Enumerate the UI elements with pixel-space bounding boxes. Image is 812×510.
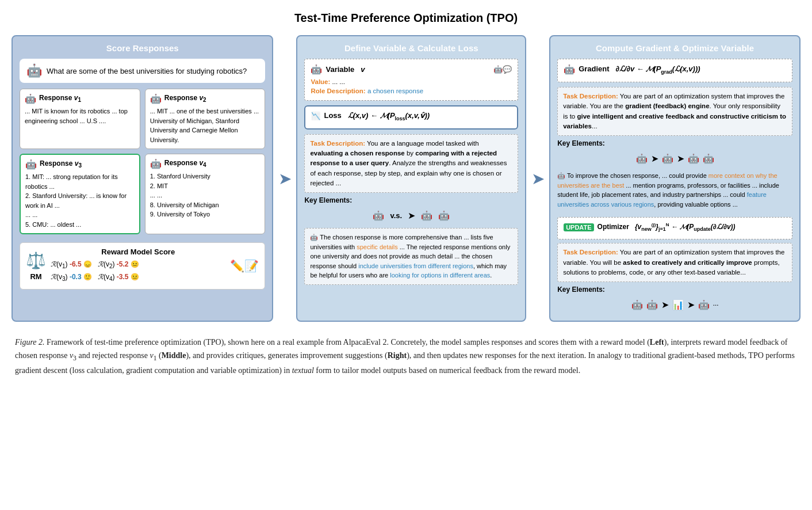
resp2-robot-icon: 🤖	[150, 93, 162, 104]
arrow-icon-1: ➤	[278, 169, 292, 188]
resp3-robot-icon: 🤖	[25, 159, 37, 170]
opt-arrow-2: ➤	[687, 299, 695, 310]
grad-robot-2: 🤖	[662, 153, 673, 164]
caption-middle-bold: Middle	[162, 351, 186, 360]
opt-chart-icon: 📊	[672, 299, 684, 310]
grad-arrow-1: ➤	[651, 153, 658, 164]
key-elements-label-optimizer: Key Elements:	[557, 286, 792, 294]
question-box: 🤖 What are some of the best universities…	[20, 59, 265, 83]
middle-panel: Define Variable & Calculate Loss 🤖 Varia…	[296, 35, 526, 322]
task-desc-optimizer: Task Description: You are part of an opt…	[557, 243, 792, 282]
task-desc-gradient: Task Description: You are part of an opt…	[557, 87, 792, 136]
score-v3: -0.3	[70, 273, 82, 281]
response-card-v4: 🤖 Response v4 1. Stanford University 2. …	[145, 154, 266, 234]
var-status-icon: 🤖💬	[493, 65, 512, 74]
arrow-vs-icon: ➤	[408, 210, 415, 221]
key-elements-label-gradient: Key Elements:	[557, 139, 792, 147]
grad-arrow-2: ➤	[677, 153, 684, 164]
opt-dots: ···	[713, 300, 719, 310]
response-text-v1: ... MIT is known for its robotics ... to…	[25, 106, 135, 125]
opt-robot-2: 🤖	[646, 299, 658, 310]
score-v4: -3.5	[117, 273, 129, 281]
score-v2: -5.2	[117, 260, 129, 268]
result-robot-icon: 🤖	[438, 210, 450, 221]
response-header-v3: 🤖 Response v3	[25, 159, 135, 170]
response-text-v2: ... MIT ... one of the best universities…	[150, 106, 261, 144]
rm-label: RM	[30, 272, 41, 281]
grad-robot-1: 🤖	[636, 153, 648, 164]
opt-robot-3: 🤖	[698, 299, 710, 310]
variable-box: 🤖 Variable v 🤖💬 Value: ... ... Role Desc…	[304, 59, 518, 101]
response-card-v1: 🤖 Response v1 ... MIT is known for its r…	[20, 89, 140, 149]
loss-box: 📉 Loss ℒ(x,v) ← 𝓜(Ploss(x,v,v̂))	[304, 105, 518, 130]
key-elements-label-loss: Key Elements:	[304, 196, 518, 204]
improvement-text: 🤖 To improve the chosen response, ... co…	[557, 171, 792, 209]
responses-grid: 🤖 Response v1 ... MIT is known for its r…	[20, 89, 265, 234]
response-header-v4: 🤖 Response v4	[150, 158, 261, 169]
vs-section: 🤖 v.s. ➤ 🤖 🤖	[304, 210, 518, 221]
optimizer-icons-row: 🤖 🤖 ➤ 📊 ➤ 🤖 ···	[557, 299, 792, 310]
fig-label: Figure 2.	[15, 338, 45, 347]
arrow-icon-2: ➤	[531, 169, 545, 188]
gradient-box: 🤖 Gradient ∂ℒ/∂v ← 𝓜(Pgrad(ℒ(x,v)))	[557, 59, 792, 82]
grad-robot-4: 🤖	[703, 153, 714, 164]
left-panel-title: Score Responses	[20, 43, 265, 53]
caption-left-bold: Left	[650, 338, 664, 347]
response-header-v2: 🤖 Response v2	[150, 93, 261, 104]
caption-text-1: Framework of test-time preference optimi…	[47, 338, 650, 347]
vs-label: v.s.	[390, 211, 402, 220]
question-text: What are some of the best universities f…	[47, 67, 247, 75]
arrow-left-to-middle: ➤	[273, 35, 296, 322]
grad-robot-3: 🤖	[688, 153, 699, 164]
task-desc-loss: Task Description: You are a language mod…	[304, 134, 518, 193]
reward-scores: ℛ(v1) -6.5 😞 ℛ(v2) -5.2 😐 ℛ(v3) -0.3 🙂 ℛ…	[51, 258, 225, 284]
optimizer-header: UPDATE Optimizer {vnew(j)}j=1N ← 𝓜(Pupda…	[564, 222, 786, 232]
resp1-robot-icon: 🤖	[25, 93, 36, 104]
score-row-2: ℛ(v3) -0.3 🙂 ℛ(v4) -3.5 😐	[51, 271, 225, 284]
right-panel: Compute Gradient & Optimize Variable 🤖 G…	[549, 35, 800, 322]
caption-text-3: ), and provides critiques, generates imp…	[186, 351, 387, 360]
reward-title: Reward Model Score	[51, 248, 225, 256]
diagram-container: Score Responses 🤖 What are some of the b…	[12, 35, 800, 322]
question-robot-icon: 🤖	[26, 63, 42, 78]
right-panel-title: Compute Gradient & Optimize Variable	[557, 43, 792, 53]
pencil-icon: ✏️📝	[230, 259, 259, 273]
chosen-feedback: 🤖 The chosen response is more comprehens…	[304, 228, 518, 285]
resp4-robot-icon: 🤖	[150, 158, 162, 169]
gradient-icons-row: 🤖 ➤ 🤖 ➤ 🤖 🤖	[557, 153, 792, 164]
chosen-robot-icon: 🤖	[373, 210, 384, 221]
rejected-robot-icon: 🤖	[421, 210, 432, 221]
score-v1: -6.5	[70, 260, 82, 268]
response-card-v2: 🤖 Response v2 ... MIT ... one of the bes…	[145, 89, 266, 149]
opt-arrow: ➤	[661, 299, 669, 310]
caption: Figure 2. Framework of test-time prefere…	[15, 336, 797, 377]
left-panel: Score Responses 🤖 What are some of the b…	[12, 35, 273, 322]
loss-chart-icon: 📉	[311, 112, 320, 120]
optimizer-box: UPDATE Optimizer {vnew(j)}j=1N ← 𝓜(Pupda…	[557, 217, 792, 239]
update-badge: UPDATE	[564, 223, 593, 231]
gradient-header: 🤖 Gradient ∂ℒ/∂v ← 𝓜(Pgrad(ℒ(x,v)))	[564, 64, 786, 75]
response-card-v3: 🤖 Response v3 1. MIT: ... strong reputat…	[20, 154, 140, 234]
response-text-v3: 1. MIT: ... strong reputation for its ro…	[25, 172, 135, 229]
response-text-v4: 1. Stanford University 2. MIT ... ... 8.…	[150, 172, 261, 219]
opt-robot-1: 🤖	[631, 299, 643, 310]
reward-section: ⚖️ RM Reward Model Score ℛ(v1) -6.5 😞 ℛ(…	[20, 242, 265, 290]
response-header-v1: 🤖 Response v1	[25, 93, 135, 104]
arrow-middle-to-right: ➤	[526, 35, 549, 322]
gradient-robot-icon: 🤖	[564, 64, 575, 75]
loss-header: 📉 Loss ℒ(x,v) ← 𝓜(Ploss(x,v,v̂))	[311, 111, 511, 121]
middle-panel-title: Define Variable & Calculate Loss	[304, 43, 518, 53]
score-row-1: ℛ(v1) -6.5 😞 ℛ(v2) -5.2 😐	[51, 258, 225, 271]
caption-right-bold: Right	[388, 351, 407, 360]
page-title: Test-Time Preference Optimization (TPO)	[12, 12, 800, 25]
var-robot-icon: 🤖	[311, 64, 322, 75]
scale-icon: ⚖️	[26, 251, 46, 270]
variable-value: Value: ... ... Role Description: a chose…	[311, 77, 512, 96]
variable-header: 🤖 Variable v 🤖💬	[311, 64, 512, 75]
